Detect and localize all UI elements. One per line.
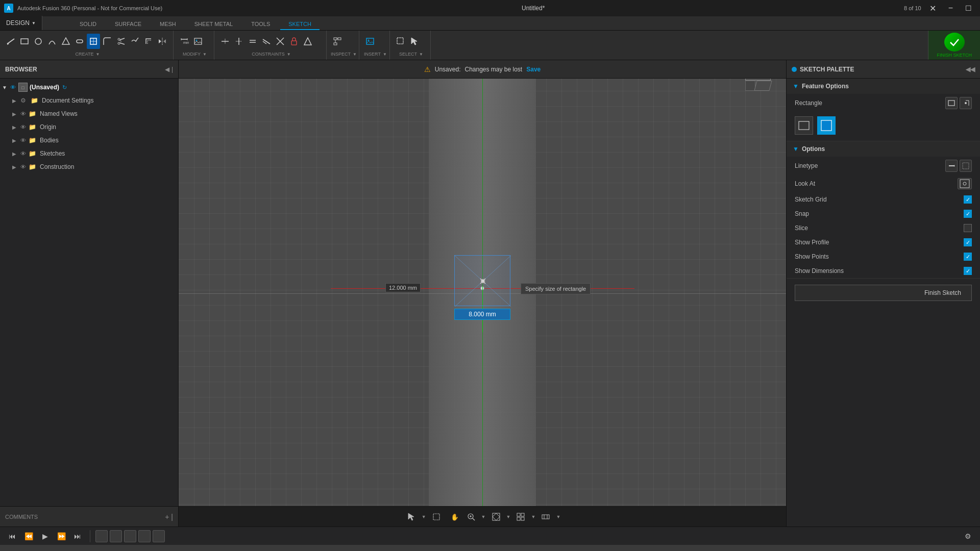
look-at-btn[interactable] [958,178,972,189]
timeline-settings-icon[interactable]: ⚙ [961,529,975,543]
zoom-tool-arrow[interactable]: ▼ [481,514,486,519]
timeline-play-btn[interactable]: ▶ [38,529,52,543]
display-mode-arrow[interactable]: ▼ [506,514,511,519]
tab-solid[interactable]: SOLID [71,19,105,30]
view-mode-btn[interactable] [538,510,553,524]
slot-tool-btn[interactable] [73,34,86,49]
close-icon[interactable]: ✕ [925,3,940,14]
grid-mode-btn[interactable] [513,510,528,524]
vertical-constraint-btn[interactable] [232,34,246,49]
select-cursor-btn[interactable] [408,34,421,49]
canvas-area[interactable]: ⚠ Unsaved: Changes may be lost Save [179,60,786,527]
rect-corner-btn[interactable] [945,97,958,109]
offset-tool-btn[interactable] [142,34,155,49]
minimize-icon[interactable]: − [944,3,957,14]
create-dropdown-arrow[interactable]: ▼ [95,52,100,57]
root-eye-icon[interactable]: 👁 [10,84,18,90]
timeline-item-4[interactable] [138,530,151,542]
rect-center-btn[interactable] [817,116,836,135]
construction-eye-icon[interactable]: 👁 [20,164,29,170]
view-cube-top[interactable] [754,81,772,91]
panel-pin-icon[interactable]: ◀◀ [966,66,975,73]
center-rect-tool-btn[interactable] [87,34,100,49]
show-points-checkbox[interactable]: ✓ [964,253,972,261]
sidebar-item-sketches[interactable]: ▶ 👁 📁 Sketches [0,147,178,160]
select-box-tool[interactable] [429,510,444,524]
select-dropdown-arrow[interactable]: ▼ [419,52,423,57]
timeline-item-1[interactable] [95,530,108,542]
rect-3point-btn[interactable] [795,116,813,135]
polygon-tool-btn[interactable] [59,34,72,49]
maximize-icon[interactable]: ☐ [961,3,976,13]
modify-dropdown-arrow[interactable]: ▼ [203,52,207,57]
insert-image-btn[interactable] [363,34,377,49]
rect-point-btn[interactable] [960,97,972,109]
snap-checkbox[interactable]: ✓ [964,210,972,218]
inspect-btn[interactable] [331,34,344,49]
timeline-last-btn[interactable]: ⏭ [70,529,85,543]
feature-options-header[interactable]: ▼ Feature Options [787,79,980,94]
comments-panel-icon[interactable]: | [171,513,173,521]
linetype-solid-btn[interactable] [945,160,958,172]
linetype-construction-btn[interactable] [960,160,972,172]
named-views-eye-icon[interactable]: 👁 [20,111,29,117]
image-insert-btn[interactable] [191,34,205,49]
timeline-prev-btn[interactable]: ⏪ [21,529,36,543]
inspect-dropdown-arrow[interactable]: ▼ [353,52,357,57]
show-dimensions-checkbox[interactable]: ✓ [964,267,972,275]
insert-dropdown-arrow[interactable]: ▼ [383,52,387,57]
dimension-tool-btn[interactable]: mm [178,34,191,49]
zoom-tool[interactable] [464,510,478,524]
timeline-item-5[interactable] [153,530,165,542]
view-mode-arrow[interactable]: ▼ [556,514,560,519]
sidebar-options-icon[interactable]: | [172,66,173,73]
sidebar-item-bodies[interactable]: ▶ 👁 📁 Bodies [0,134,178,147]
sidebar-item-construction[interactable]: ▶ 👁 📁 Construction [0,160,178,173]
root-refresh-icon[interactable]: ↻ [62,84,67,91]
extend-tool-btn[interactable] [128,34,141,49]
timeline-item-3[interactable] [124,530,136,542]
sketch-grid-checkbox[interactable]: ✓ [964,195,972,204]
select-tool-arrow[interactable]: ▼ [422,514,426,519]
tab-sketch[interactable]: SKETCH [280,19,320,30]
finish-sketch-toolbar-btn[interactable]: FINISH SKETCH [928,31,980,60]
arc-tool-btn[interactable] [45,34,59,49]
sidebar-pin-icon[interactable]: ◀ [165,66,169,73]
equal-constraint-btn[interactable] [246,34,259,49]
sketches-eye-icon[interactable]: 👁 [20,151,29,157]
select-cursor-tool[interactable] [404,510,419,524]
tab-mesh[interactable]: MESH [152,19,184,30]
bodies-eye-icon[interactable]: 👁 [20,137,29,143]
horizontal-constraint-btn[interactable] [218,34,232,49]
timeline-first-btn[interactable]: ⏮ [5,529,19,543]
tab-tools[interactable]: TOOLS [243,19,278,30]
timeline-item-2[interactable] [110,530,122,542]
sidebar-item-doc-settings[interactable]: ▶ ⚙ 📁 Document Settings [0,94,178,107]
grid-mode-arrow[interactable]: ▼ [531,514,535,519]
circle-tool-btn[interactable] [32,34,45,49]
design-dropdown-btn[interactable]: DESIGN ▼ [0,16,42,30]
fillet-tool-btn[interactable] [101,34,114,49]
constraints-dropdown-arrow[interactable]: ▼ [287,52,291,57]
trim-tool-btn[interactable] [114,34,128,49]
display-mode-btn[interactable] [489,510,503,524]
sidebar-item-origin[interactable]: ▶ 👁 📁 Origin [0,120,178,134]
perpendicular-constraint-btn[interactable] [274,34,287,49]
timeline-next-btn[interactable]: ⏩ [54,529,68,543]
dimension-input-height[interactable]: 8.000 mm [454,309,510,320]
comments-add-icon[interactable]: + [165,513,169,521]
sidebar-item-root[interactable]: ▼ 👁 □ (Unsaved) ↻ [0,81,178,94]
pan-tool[interactable]: ✋ [447,510,461,524]
tab-surface[interactable]: SURFACE [107,19,150,30]
tab-sheet-metal[interactable]: SHEET METAL [186,19,241,30]
sidebar-item-named-views[interactable]: ▶ 👁 📁 Named Views [0,107,178,120]
origin-eye-icon[interactable]: 👁 [20,124,29,130]
slice-checkbox[interactable]: ✓ [964,224,972,232]
midpoint-constraint-btn[interactable] [301,34,314,49]
line-tool-btn[interactable] [4,34,17,49]
rectangle-tool-btn[interactable] [18,34,31,49]
options-header[interactable]: ▼ Options [787,141,980,157]
save-link[interactable]: Save [526,66,541,73]
parallel-constraint-btn[interactable] [260,34,273,49]
select-tool-btn[interactable] [394,34,407,49]
